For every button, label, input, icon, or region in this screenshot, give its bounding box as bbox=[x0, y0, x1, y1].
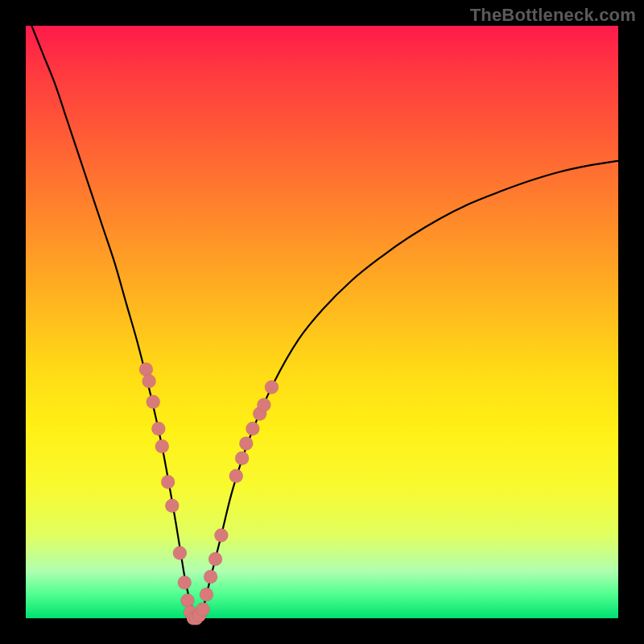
curve-layer bbox=[26, 26, 618, 618]
curve-marker bbox=[139, 362, 153, 376]
curve-marker bbox=[246, 422, 259, 436]
curve-marker bbox=[161, 475, 175, 489]
bottleneck-curve bbox=[31, 26, 618, 618]
curve-marker bbox=[155, 440, 169, 453]
curve-marker bbox=[200, 588, 213, 601]
curve-marker bbox=[178, 576, 192, 589]
curve-marker bbox=[239, 436, 253, 450]
curve-marker bbox=[214, 528, 228, 542]
curve-marker bbox=[151, 422, 165, 436]
curve-marker bbox=[208, 552, 222, 566]
curve-marker bbox=[165, 499, 179, 513]
curve-marker bbox=[265, 380, 279, 394]
chart-frame: TheBottleneck.com bbox=[0, 0, 644, 644]
curve-marker bbox=[204, 570, 217, 584]
curve-marker bbox=[229, 469, 243, 483]
curve-marker bbox=[196, 602, 210, 616]
curve-marker bbox=[235, 452, 249, 465]
curve-marker bbox=[173, 547, 187, 560]
curve-marker bbox=[147, 395, 160, 409]
watermark-text: TheBottleneck.com bbox=[470, 5, 636, 26]
curve-marker bbox=[142, 374, 156, 388]
curve-marker bbox=[257, 398, 270, 412]
plot-area bbox=[26, 26, 618, 618]
curve-marker bbox=[180, 593, 194, 607]
